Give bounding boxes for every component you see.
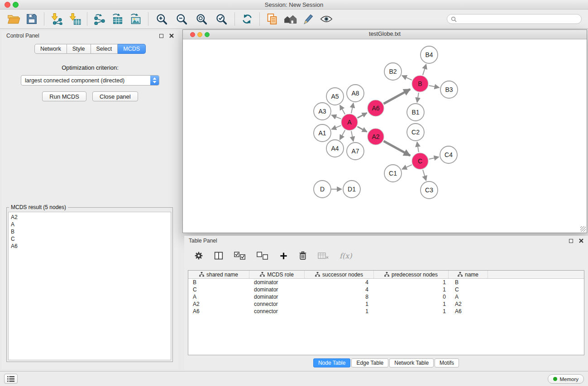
network-edge-C-C4[interactable] [429, 157, 439, 159]
table-cell[interactable]: 0 [374, 294, 449, 300]
table-cell[interactable]: 8 [305, 294, 374, 300]
network-node-C1[interactable]: C1 [384, 165, 402, 182]
open-session-button[interactable] [5, 11, 23, 27]
network-node-A1[interactable]: A1 [314, 124, 331, 142]
network-edge-C-C3[interactable] [423, 170, 426, 181]
import-table-button[interactable] [66, 11, 84, 27]
unselect-all-button[interactable] [257, 252, 268, 260]
tab-mcds[interactable]: MCDS [118, 44, 146, 54]
table-cell[interactable]: A6 [188, 308, 249, 315]
float-table-panel-icon[interactable] [569, 239, 573, 243]
import-network-button[interactable] [48, 11, 66, 27]
tab-network-table[interactable]: Network Table [389, 358, 434, 367]
network-edge-B-B3[interactable] [429, 86, 440, 88]
table-cell[interactable]: A [188, 294, 249, 300]
network-edge-C-C1[interactable] [402, 165, 412, 169]
network-edge-A-A7[interactable] [351, 131, 354, 142]
tab-node-table[interactable]: Node Table [313, 358, 351, 367]
table-cell[interactable]: 4 [305, 279, 374, 286]
memory-button[interactable]: Memory [548, 374, 584, 384]
table-cell[interactable]: dominator [249, 294, 305, 300]
column-header-name[interactable]: name [449, 271, 488, 278]
column-header-predecessor-nodes[interactable]: predecessor nodes [374, 271, 449, 278]
mcds-result-item[interactable]: B [11, 228, 171, 235]
table-row[interactable]: A6connector11A6 [188, 308, 584, 315]
close-table-panel-icon[interactable] [579, 238, 583, 243]
table-row[interactable]: Bdominator41B [188, 279, 584, 286]
network-node-B3[interactable]: B3 [440, 81, 458, 98]
network-node-A6[interactable]: A6 [368, 100, 384, 116]
table-cell[interactable]: dominator [249, 286, 305, 293]
network-node-B1[interactable]: B1 [407, 104, 424, 121]
mcds-result-item[interactable]: A2 [11, 214, 171, 221]
network-node-D[interactable]: D [314, 181, 331, 198]
table-cell[interactable]: dominator [249, 279, 305, 286]
network-edge-A-A4[interactable] [340, 130, 345, 140]
network-node-A4[interactable]: A4 [326, 140, 344, 157]
network-node-A5[interactable]: A5 [326, 88, 344, 105]
mcds-result-list[interactable]: A2ABCA6 [8, 212, 171, 360]
create-column-button[interactable] [279, 252, 288, 260]
table-cell[interactable]: 1 [374, 279, 449, 286]
table-cell[interactable]: 4 [305, 286, 374, 293]
toggle-visibility-button[interactable] [317, 11, 335, 27]
network-node-C3[interactable]: C3 [421, 181, 438, 199]
zoom-in-button[interactable] [152, 11, 172, 27]
network-node-A2[interactable]: A2 [368, 129, 384, 145]
table-cell[interactable]: B [449, 279, 488, 286]
network-edge-A-A1[interactable] [331, 125, 341, 129]
select-all-button[interactable] [234, 252, 246, 260]
function-builder-button[interactable]: f(x) [339, 252, 352, 260]
tab-motifs[interactable]: Motifs [435, 358, 459, 367]
network-edge-A-A5[interactable] [340, 105, 345, 114]
table-cell[interactable]: connector [249, 308, 305, 315]
tab-network[interactable]: Network [34, 44, 67, 54]
home-button[interactable] [281, 11, 299, 27]
zoom-network-window-button[interactable] [205, 32, 210, 37]
table-cell[interactable]: 1 [374, 308, 449, 315]
close-network-window-button[interactable] [190, 32, 195, 37]
delete-table-button[interactable] [318, 252, 329, 260]
network-edge-A-A8[interactable] [351, 103, 354, 114]
network-edge-A6-B[interactable] [384, 89, 411, 104]
network-edge-A-A2[interactable] [358, 127, 367, 132]
new-table-button[interactable] [109, 11, 127, 27]
network-node-C4[interactable]: C4 [440, 146, 457, 163]
mcds-result-item[interactable]: A [11, 221, 171, 228]
network-node-B4[interactable]: B4 [421, 46, 438, 63]
column-header-MCDS-role[interactable]: MCDS role [249, 271, 305, 278]
new-network-button[interactable] [91, 11, 109, 27]
close-panel-button[interactable]: Close panel [92, 91, 138, 101]
table-row[interactable]: Cdominator41C [188, 286, 584, 293]
network-node-C2[interactable]: C2 [407, 124, 424, 141]
minimize-network-window-button[interactable] [197, 32, 202, 37]
resize-handle[interactable] [580, 226, 586, 232]
table-cell[interactable]: 1 [374, 301, 449, 307]
save-session-button[interactable] [23, 11, 41, 27]
table-cell[interactable]: C [188, 286, 249, 293]
zoom-selected-button[interactable] [211, 11, 231, 27]
table-row[interactable]: A2connector11A2 [188, 300, 584, 308]
refresh-layout-button[interactable] [238, 11, 256, 27]
run-mcds-button[interactable]: Run MCDS [42, 91, 86, 101]
network-edge-A2-C[interactable] [384, 141, 411, 156]
optimization-dropdown[interactable]: largest connected component (directed) [21, 75, 159, 86]
style-button[interactable] [299, 11, 317, 27]
table-cell[interactable]: 1 [374, 286, 449, 293]
table-cell[interactable]: connector [249, 301, 305, 307]
show-columns-button[interactable] [214, 251, 223, 260]
close-panel-icon[interactable] [169, 33, 174, 38]
table-cell[interactable]: B [188, 279, 249, 286]
delete-column-button[interactable] [299, 251, 307, 260]
network-node-A8[interactable]: A8 [347, 85, 364, 102]
float-panel-icon[interactable] [159, 34, 163, 38]
tab-select[interactable]: Select [91, 44, 118, 54]
network-node-A7[interactable]: A7 [347, 143, 364, 160]
network-snapshot-button[interactable] [263, 11, 281, 27]
network-node-C[interactable]: C [412, 153, 428, 169]
network-node-D1[interactable]: D1 [343, 181, 360, 198]
column-header-successor-nodes[interactable]: successor nodes [305, 271, 374, 278]
network-node-B[interactable]: B [412, 76, 428, 92]
network-edge-A-A6[interactable] [358, 113, 367, 118]
network-node-A3[interactable]: A3 [314, 103, 331, 120]
